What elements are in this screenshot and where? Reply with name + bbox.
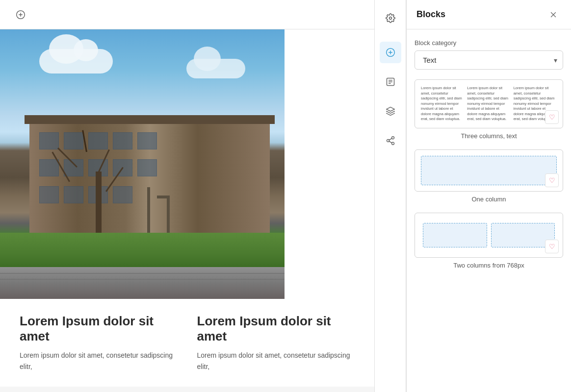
cloud-2 bbox=[186, 59, 245, 78]
category-label: Block category bbox=[415, 39, 563, 47]
two-columns-preview[interactable]: ♡ bbox=[415, 213, 563, 258]
svg-marker-11 bbox=[386, 107, 394, 111]
favorite-two-cols-button[interactable]: ♡ bbox=[545, 240, 559, 253]
add-button[interactable] bbox=[10, 4, 31, 25]
svg-line-15 bbox=[389, 141, 392, 143]
favorite-one-col-button[interactable]: ♡ bbox=[545, 173, 559, 187]
blocks-panel-body: Block category Text Image Video Layout F… bbox=[407, 29, 571, 392]
category-select[interactable]: Text Image Video Layout Form bbox=[415, 50, 563, 70]
preview-col-1: Lorem ipsum dolor sit amet, consetetur s… bbox=[421, 86, 464, 122]
add-block-sidebar-button[interactable] bbox=[380, 42, 401, 63]
close-panel-button[interactable] bbox=[545, 7, 561, 23]
edit-sidebar-button[interactable] bbox=[380, 71, 401, 93]
body-2: Lorem ipsum dolor sit amet, consetetur s… bbox=[197, 350, 355, 372]
grass bbox=[0, 233, 285, 270]
text-content-area: Lorem Ipsum dolor sit amet Lorem ipsum d… bbox=[0, 299, 374, 387]
editor-content: Lorem Ipsum dolor sit amet Lorem ipsum d… bbox=[0, 29, 374, 392]
block-item-one-column: ♡ One column bbox=[415, 149, 563, 203]
svg-line-16 bbox=[389, 138, 392, 140]
blocks-panel-title: Blocks bbox=[416, 9, 445, 20]
svg-point-3 bbox=[389, 17, 391, 20]
category-select-wrapper: Text Image Video Layout Form ▾ bbox=[415, 50, 563, 70]
text-column-2: Lorem Ipsum dolor sit amet Lorem ipsum d… bbox=[197, 314, 355, 372]
sidebar-icons bbox=[375, 0, 406, 392]
hero-image bbox=[0, 29, 285, 299]
block-item-three-columns: Lorem ipsum dolor sit amet, consetetur s… bbox=[415, 79, 563, 140]
three-columns-preview[interactable]: Lorem ipsum dolor sit amet, consetetur s… bbox=[415, 79, 563, 128]
pavement bbox=[0, 267, 285, 299]
favorite-three-cols-button[interactable]: ♡ bbox=[545, 110, 559, 124]
settings-button[interactable] bbox=[380, 7, 401, 29]
pole-crossbar bbox=[157, 196, 170, 198]
window-row-3 bbox=[39, 186, 132, 203]
window-row-1 bbox=[39, 132, 157, 149]
page-canvas: Lorem Ipsum dolor sit amet Lorem ipsum d… bbox=[0, 29, 374, 387]
editor-area: Lorem Ipsum dolor sit amet Lorem ipsum d… bbox=[0, 0, 375, 392]
preview-col-2: Lorem ipsum dolor sit amet, consetetur s… bbox=[467, 86, 510, 122]
preview-two-col-1 bbox=[423, 223, 487, 247]
layers-sidebar-button[interactable] bbox=[380, 100, 401, 122]
one-column-preview[interactable]: ♡ bbox=[415, 149, 563, 192]
blocks-panel-header: Blocks bbox=[407, 0, 571, 29]
text-column-1: Lorem Ipsum dolor sit amet Lorem ipsum d… bbox=[20, 314, 178, 372]
two-cols-label: Two columns from 768px bbox=[415, 262, 563, 269]
pole-2 bbox=[167, 197, 170, 236]
one-col-label: One column bbox=[415, 196, 563, 203]
blocks-panel: Blocks Block category Text Image Video L… bbox=[406, 0, 571, 392]
tree-trunk bbox=[96, 172, 102, 235]
body-1: Lorem ipsum dolor sit amet, consetetur s… bbox=[20, 350, 178, 372]
heading-2: Lorem Ipsum dolor sit amet bbox=[197, 314, 355, 344]
heading-1: Lorem Ipsum dolor sit amet bbox=[20, 314, 178, 344]
cloud-1 bbox=[39, 49, 113, 74]
two-cols-layout bbox=[421, 219, 557, 251]
share-sidebar-button[interactable] bbox=[380, 130, 401, 151]
pole-1 bbox=[147, 187, 150, 236]
three-cols-label: Three columns, text bbox=[415, 132, 563, 140]
one-col-layout bbox=[421, 156, 557, 185]
three-cols-layout: Lorem ipsum dolor sit amet, consetetur s… bbox=[421, 86, 557, 122]
block-item-two-columns: ♡ Two columns from 768px bbox=[415, 213, 563, 269]
editor-topbar bbox=[0, 0, 374, 29]
